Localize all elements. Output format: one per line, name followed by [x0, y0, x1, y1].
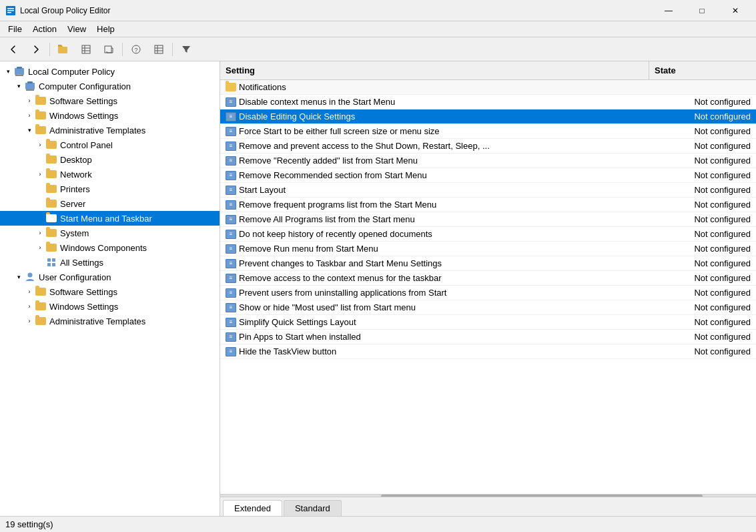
window-title: Local Group Policy Editor [20, 6, 653, 15]
tree-user-admin-templates[interactable]: › Administrative Templates [0, 314, 220, 328]
system-expander[interactable]: › [35, 228, 45, 238]
computer-config-icon [24, 81, 36, 91]
export-button[interactable] [98, 40, 119, 59]
setting-label: Remove Run menu from Start Menu [239, 244, 378, 254]
root-expander[interactable]: ▾ [3, 66, 13, 77]
tree-system[interactable]: › System [0, 226, 220, 240]
windows-components-expander[interactable]: › [35, 242, 45, 253]
svg-text:?: ? [134, 47, 137, 53]
tree-software-settings[interactable]: › Software Settings [0, 93, 220, 108]
software-settings-icon [35, 95, 47, 106]
table-row[interactable]: Prevent users from uninstalling applicat… [220, 286, 756, 300]
browse-button[interactable] [53, 40, 74, 59]
list-button[interactable] [75, 40, 97, 59]
policy-table[interactable]: Setting State NotificationsDisable conte… [220, 61, 756, 494]
separator-2 [122, 43, 123, 56]
tree-computer-config[interactable]: ▾ Computer Configuration [0, 79, 220, 93]
tab-standard[interactable]: Standard [284, 500, 342, 516]
table-row[interactable]: Remove frequent programs list from the S… [220, 198, 756, 212]
table-row[interactable]: Do not keep history of recently opened d… [220, 227, 756, 242]
tree-user-config[interactable]: ▾ User Configuration [0, 270, 220, 284]
policy-icon [226, 171, 236, 180]
policy-icon [226, 244, 236, 254]
tree-user-software[interactable]: › Software Settings [0, 284, 220, 299]
table-row[interactable]: Remove All Programs list from the Start … [220, 212, 756, 227]
table-row[interactable]: Remove access to the context menus for t… [220, 271, 756, 286]
menu-help[interactable]: Help [91, 23, 120, 35]
detail-button[interactable] [148, 40, 169, 59]
svg-rect-6 [82, 45, 90, 53]
tree-windows-settings[interactable]: › Windows Settings [0, 108, 220, 123]
computer-config-expander[interactable]: ▾ [13, 81, 24, 91]
admin-templates-expander[interactable]: ▾ [24, 125, 35, 136]
cell-state: Not configured [649, 330, 756, 343]
table-row[interactable]: Remove and prevent access to the Shut Do… [220, 139, 756, 154]
policy-icon [226, 274, 236, 283]
network-expander[interactable]: › [35, 169, 45, 180]
table-row[interactable]: Show or hide "Most used" list from Start… [220, 300, 756, 315]
policy-icon [226, 186, 236, 195]
table-row[interactable]: Remove Run menu from Start MenuNot confi… [220, 242, 756, 256]
tree-admin-templates-label: Administrative Templates [49, 125, 145, 136]
cell-setting: Start Layout [220, 184, 649, 196]
svg-rect-18 [17, 67, 22, 69]
cell-setting: Remove "Recently added" list from Start … [220, 154, 649, 167]
header-setting[interactable]: Setting [220, 61, 649, 79]
table-row[interactable]: Pin Apps to Start when installedNot conf… [220, 330, 756, 344]
user-software-expander[interactable]: › [24, 286, 35, 297]
table-row[interactable]: Force Start to be either full screen siz… [220, 124, 756, 139]
table-row[interactable]: Simplify Quick Settings LayoutNot config… [220, 315, 756, 330]
svg-rect-1 [7, 8, 14, 9]
minimize-button[interactable]: — [653, 0, 684, 21]
cell-setting: Remove access to the context menus for t… [220, 272, 649, 284]
user-config-expander[interactable]: ▾ [13, 272, 24, 282]
filter-button[interactable] [175, 40, 197, 59]
tree-pane[interactable]: ▾ Local Computer Policy ▾ [0, 61, 220, 516]
tree-desktop[interactable]: · Desktop [0, 152, 220, 167]
tree-server[interactable]: · Server [0, 196, 220, 211]
forward-button[interactable] [25, 40, 47, 59]
tree-start-menu[interactable]: · Start Menu and Taskbar [0, 211, 220, 226]
table-row[interactable]: Notifications [220, 80, 756, 95]
cell-state: Not configured [649, 184, 756, 196]
software-settings-expander[interactable]: › [24, 95, 35, 106]
cell-state: Not configured [649, 110, 756, 123]
table-row[interactable]: Hide the TaskView buttonNot configured [220, 344, 756, 359]
menu-view[interactable]: View [62, 23, 91, 35]
help-button[interactable]: ? [125, 40, 147, 59]
tree-user-windows[interactable]: › Windows Settings [0, 299, 220, 314]
windows-settings-expander[interactable]: › [24, 110, 35, 121]
cell-state: Not configured [649, 95, 756, 108]
user-admin-expander[interactable]: › [24, 316, 35, 326]
tree-control-panel[interactable]: › Control Panel [0, 138, 220, 152]
tree-system-label: System [60, 228, 89, 238]
table-row[interactable]: Remove "Recently added" list from Start … [220, 154, 756, 168]
table-row[interactable]: Disable context menus in the Start MenuN… [220, 95, 756, 109]
tree-windows-components[interactable]: › Windows Components [0, 240, 220, 255]
table-row[interactable]: Disable Editing Quick SettingsNot config… [220, 109, 756, 124]
maximize-button[interactable]: □ [687, 0, 717, 21]
control-panel-expander[interactable]: › [35, 140, 45, 150]
cell-state: Not configured [649, 257, 756, 270]
table-row[interactable]: Prevent changes to Taskbar and Start Men… [220, 256, 756, 271]
tree-root[interactable]: ▾ Local Computer Policy [0, 64, 220, 79]
close-button[interactable]: ✕ [720, 0, 751, 21]
tree-admin-templates[interactable]: ▾ Administrative Templates [0, 123, 220, 138]
printers-icon [45, 184, 57, 194]
menu-file[interactable]: File [3, 23, 27, 35]
user-windows-expander[interactable]: › [24, 301, 35, 312]
menu-action[interactable]: Action [27, 23, 62, 35]
tab-extended[interactable]: Extended [223, 500, 282, 516]
back-button[interactable] [3, 40, 24, 59]
table-row[interactable]: Remove Recommended section from Start Me… [220, 168, 756, 183]
tree-control-panel-label: Control Panel [60, 140, 113, 150]
tree-all-settings[interactable]: · All Settings [0, 255, 220, 270]
table-row[interactable]: Start LayoutNot configured [220, 183, 756, 198]
policy-icon [226, 318, 236, 327]
cell-state: Not configured [649, 316, 756, 328]
header-state[interactable]: State [649, 61, 756, 79]
cell-state: Not configured [649, 213, 756, 226]
svg-rect-25 [52, 258, 55, 262]
tree-printers[interactable]: · Printers [0, 182, 220, 196]
tree-network[interactable]: › Network [0, 167, 220, 182]
